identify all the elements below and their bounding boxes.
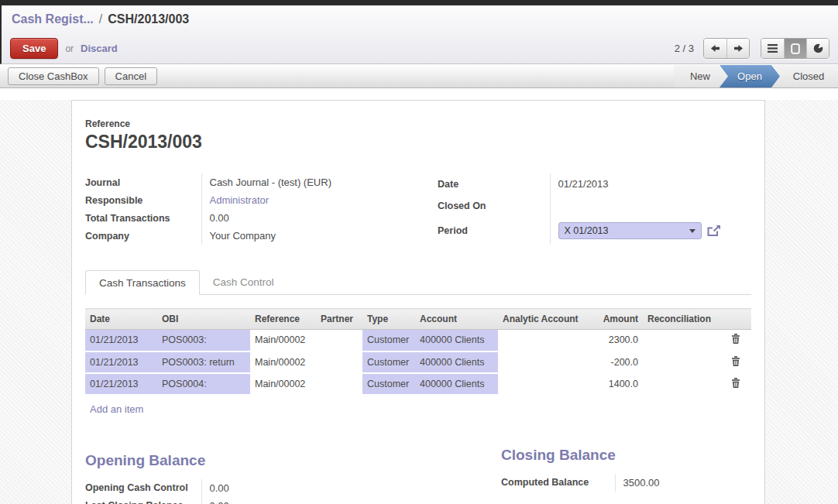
cell-amount[interactable]: -200.0 bbox=[589, 351, 643, 373]
column-header-analytic-account[interactable]: Analytic Account bbox=[498, 309, 589, 330]
total-transactions-value: 0.00 bbox=[201, 209, 438, 227]
column-header-obi[interactable]: OBI bbox=[157, 309, 250, 330]
status-bar: New Open Closed bbox=[674, 65, 838, 87]
delete-row-icon[interactable] bbox=[720, 351, 751, 373]
cell-date[interactable]: 01/21/2013 bbox=[85, 373, 157, 395]
cell-partner[interactable] bbox=[316, 330, 362, 351]
period-select[interactable]: X 01/2013 bbox=[558, 222, 702, 239]
form-view-icon bbox=[791, 43, 800, 54]
column-header-actions bbox=[720, 309, 751, 330]
cell-type[interactable]: Customer bbox=[362, 330, 415, 351]
cell-account[interactable]: 400000 Clients bbox=[415, 330, 498, 351]
cell-analytic-account[interactable] bbox=[498, 330, 589, 351]
cell-obi[interactable]: POS0003: return bbox=[157, 351, 250, 373]
breadcrumb-parent-link[interactable]: Cash Regist... bbox=[12, 12, 94, 26]
pager-next-button[interactable] bbox=[726, 39, 749, 58]
opening-balance-title: Opening Balance bbox=[85, 452, 501, 469]
status-step-open[interactable]: Open bbox=[720, 65, 780, 87]
cell-date[interactable]: 01/21/2013 bbox=[85, 351, 157, 373]
view-switcher bbox=[761, 38, 829, 59]
cell-account[interactable]: 400000 Clients bbox=[415, 351, 498, 373]
delete-row-icon[interactable] bbox=[720, 330, 751, 351]
company-label: Company bbox=[85, 227, 201, 245]
cell-obi[interactable]: POS0004: bbox=[157, 373, 250, 395]
action-bar: Close CashBox Cancel New Open Closed bbox=[0, 64, 838, 88]
cancel-button[interactable]: Cancel bbox=[105, 67, 157, 85]
tab-cash-control[interactable]: Cash Control bbox=[200, 270, 287, 295]
form-sheet: Reference CSH/2013/003 Journal Cash Jour… bbox=[71, 100, 765, 504]
column-header-partner[interactable]: Partner bbox=[316, 309, 362, 330]
reference-label: Reference bbox=[85, 118, 751, 129]
column-header-reference[interactable]: Reference bbox=[250, 309, 316, 330]
responsible-label: Responsible bbox=[85, 191, 201, 209]
last-closing-balance-value: 0.00 bbox=[201, 497, 229, 504]
tab-cash-transactions[interactable]: Cash Transactions bbox=[85, 270, 200, 295]
cell-reconciliation[interactable] bbox=[643, 373, 720, 395]
table-row: 01/21/2013 POS0004: Main/00002 Customer … bbox=[85, 373, 751, 395]
date-label: Date bbox=[438, 173, 550, 194]
cell-reconciliation[interactable] bbox=[643, 330, 720, 351]
cell-reference[interactable]: Main/00002 bbox=[250, 373, 316, 395]
save-button[interactable]: Save bbox=[10, 38, 58, 59]
opening-balance-section: Opening Balance Opening Cash Control 0.0… bbox=[85, 447, 501, 504]
breadcrumb: Cash Regist... / CSH/2013/003 bbox=[2, 5, 838, 33]
table-header-row: Date OBI Reference Partner Type Account … bbox=[85, 309, 751, 330]
column-header-date[interactable]: Date bbox=[85, 309, 157, 330]
closing-balance-title: Closing Balance bbox=[501, 447, 751, 464]
responsible-link[interactable]: Administrator bbox=[201, 191, 438, 209]
arrow-left-icon bbox=[710, 43, 720, 53]
chevron-down-icon bbox=[689, 229, 695, 233]
discard-link[interactable]: Discard bbox=[81, 43, 118, 54]
cell-type[interactable]: Customer bbox=[362, 373, 415, 395]
cell-amount[interactable]: 1400.0 bbox=[589, 373, 643, 395]
table-row: 01/21/2013 POS0003: return Main/00002 Cu… bbox=[85, 351, 751, 373]
column-header-reconciliation[interactable]: Reconciliation bbox=[643, 309, 720, 330]
cell-obi[interactable]: POS0003: bbox=[157, 330, 250, 351]
table-row: 01/21/2013 POS0003: Main/00002 Customer … bbox=[85, 330, 751, 351]
graph-view-button[interactable] bbox=[806, 39, 829, 58]
pager-counter: 2 / 3 bbox=[675, 43, 694, 54]
cell-amount[interactable]: 2300.0 bbox=[589, 330, 643, 351]
opening-cash-control-label: Opening Cash Control bbox=[85, 479, 201, 497]
page-title: CSH/2013/003 bbox=[85, 132, 751, 153]
cell-type[interactable]: Customer bbox=[362, 351, 415, 373]
form-view-button[interactable] bbox=[784, 39, 806, 58]
field-group-right: Date 01/21/2013 Closed On Period X 01/20… bbox=[438, 173, 751, 245]
cell-partner[interactable] bbox=[316, 351, 362, 373]
closed-on-label: Closed On bbox=[438, 194, 550, 217]
delete-row-icon[interactable] bbox=[720, 373, 751, 395]
column-header-type[interactable]: Type bbox=[362, 309, 415, 330]
list-view-icon bbox=[768, 44, 778, 53]
cell-date[interactable]: 01/21/2013 bbox=[85, 330, 157, 351]
cell-account[interactable]: 400000 Clients bbox=[415, 373, 498, 395]
column-header-amount[interactable]: Amount bbox=[589, 309, 643, 330]
date-value: 01/21/2013 bbox=[550, 173, 751, 194]
status-step-new[interactable]: New bbox=[674, 65, 726, 87]
or-label: or bbox=[65, 43, 74, 54]
cell-partner[interactable] bbox=[316, 373, 362, 395]
period-label: Period bbox=[438, 218, 550, 245]
status-step-closed[interactable]: Closed bbox=[773, 65, 838, 87]
column-header-account[interactable]: Account bbox=[415, 309, 498, 330]
total-transactions-label: Total Transactions bbox=[85, 209, 201, 227]
pager-previous-button[interactable] bbox=[704, 39, 726, 58]
cell-reconciliation[interactable] bbox=[643, 351, 720, 373]
page-background: Reference CSH/2013/003 Journal Cash Jour… bbox=[0, 100, 838, 504]
period-select-value: X 01/2013 bbox=[565, 225, 609, 236]
cell-analytic-account[interactable] bbox=[498, 373, 589, 395]
cell-reference[interactable]: Main/00002 bbox=[250, 351, 316, 373]
add-item-link[interactable]: Add an item bbox=[90, 403, 143, 415]
close-cashbox-button[interactable]: Close CashBox bbox=[8, 67, 99, 85]
last-closing-balance-label: Last Closing Balance bbox=[85, 497, 201, 504]
cell-analytic-account[interactable] bbox=[498, 351, 589, 373]
open-record-icon[interactable] bbox=[707, 225, 721, 237]
breadcrumb-separator: / bbox=[99, 12, 102, 26]
list-view-button[interactable] bbox=[761, 39, 784, 58]
journal-label: Journal bbox=[85, 173, 201, 191]
computed-balance-label: Computed Balance bbox=[501, 474, 615, 492]
breadcrumb-current: CSH/2013/003 bbox=[108, 12, 189, 26]
cell-reference[interactable]: Main/00002 bbox=[250, 330, 316, 351]
closing-balance-section: Closing Balance Computed Balance 3500.00 bbox=[501, 447, 751, 504]
transactions-table: Date OBI Reference Partner Type Account … bbox=[85, 308, 751, 396]
computed-balance-value: 3500.00 bbox=[615, 474, 660, 492]
